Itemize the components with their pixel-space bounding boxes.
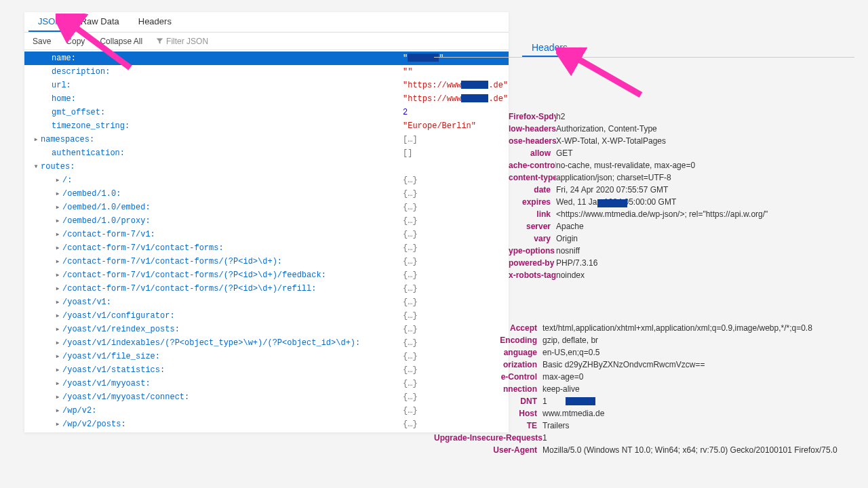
header-value: en-US,en;q=0.5 <box>542 346 599 359</box>
twisty-icon[interactable]: ▸ <box>54 323 61 336</box>
request-headers: Accepttext/html,application/xhtml+xml,ap… <box>434 322 854 456</box>
json-key: /yoast/v1/reindex_posts: <box>62 323 180 336</box>
json-key: /contact-form-7/v1/contact-forms/(?P<id>… <box>62 255 282 268</box>
header-name: allow <box>509 147 556 159</box>
twisty-icon[interactable]: ▸ <box>54 241 61 255</box>
json-key: /contact-form-7/v1/contact-forms: <box>62 241 224 255</box>
header-row: allowGET <box>509 147 854 159</box>
header-name: Upgrade-Insecure-Requests <box>434 432 542 444</box>
copy-button[interactable]: Copy <box>60 35 90 48</box>
json-key: description: <box>52 65 110 79</box>
twisty-icon[interactable]: ▸ <box>54 214 61 228</box>
header-name: low-headers <box>509 123 556 135</box>
header-name: powered-by <box>509 257 556 269</box>
json-key: /yoast/v1/statistics: <box>62 363 165 377</box>
twisty-icon[interactable]: ▸ <box>54 174 61 187</box>
header-value: Trailers <box>542 420 570 432</box>
header-value: application/json; charset=UTF-8 <box>556 171 671 184</box>
tab-headers-right[interactable]: Headers <box>522 38 577 57</box>
header-row: User-AgentMozilla/5.0 (Windows NT 10.0; … <box>434 444 854 456</box>
tab-raw-data[interactable]: Raw Data <box>71 12 129 32</box>
header-name: link <box>509 208 556 220</box>
tab-headers-left[interactable]: Headers <box>129 12 181 32</box>
header-name: nnection <box>434 383 542 395</box>
twisty-icon[interactable]: ▸ <box>54 228 61 241</box>
header-name: Firefox-Spdy <box>509 110 556 123</box>
redacted-value <box>566 397 595 405</box>
header-row: TETrailers <box>434 420 854 432</box>
header-name: server <box>509 220 556 232</box>
json-key: /contact-form-7/v1: <box>62 228 155 241</box>
twisty-icon[interactable]: ▸ <box>54 268 61 282</box>
json-key: /contact-form-7/v1/contact-forms/(?P<id>… <box>62 282 316 296</box>
header-value: nosniff <box>556 245 580 257</box>
json-key: /contact-form-7/v1/contact-forms/(?P<id>… <box>62 268 326 282</box>
filter-box[interactable]: Filter JSON <box>156 37 208 46</box>
twisty-icon[interactable]: ▸ <box>54 255 61 268</box>
json-key: /oembed/1.0/proxy: <box>62 214 151 228</box>
twisty-icon[interactable]: ▸ <box>54 363 61 377</box>
header-name: Encoding <box>434 334 542 346</box>
header-name: Host <box>434 407 542 420</box>
twisty-icon[interactable]: ▸ <box>54 187 61 201</box>
funnel-icon <box>156 37 163 45</box>
twisty-icon[interactable]: ▸ <box>54 350 61 363</box>
header-row: link<https://www.mtmedia.de/wp-json/>; r… <box>509 208 854 220</box>
header-value: <https://www.mtmedia.de/wp-json/>; rel="… <box>556 208 768 220</box>
tab-json[interactable]: JSON <box>28 12 71 32</box>
headers-panel: Headers Firefox-Spdyh2low-headersAuthori… <box>434 38 854 456</box>
right-tabbar: Headers <box>434 38 854 58</box>
header-value: no-cache, must-revalidate, max-age=0 <box>556 159 695 171</box>
header-row: Firefox-Spdyh2 <box>509 110 854 123</box>
twisty-icon[interactable]: ▸ <box>33 133 39 146</box>
header-name: Accept <box>434 322 542 334</box>
header-value: 1 <box>542 395 595 407</box>
header-row: anguageen-US,en;q=0.5 <box>434 346 854 359</box>
twisty-icon[interactable]: ▸ <box>54 309 61 323</box>
header-name: DNT <box>434 395 542 407</box>
twisty-icon[interactable]: ▾ <box>33 160 39 174</box>
header-name: orization <box>434 359 542 371</box>
header-name: ype-options <box>509 245 556 257</box>
header-value: Apache <box>556 220 584 232</box>
twisty-icon[interactable]: ▸ <box>54 336 61 350</box>
json-key: /oembed/1.0/embed: <box>62 201 151 214</box>
header-row: orizationBasic d29yZHByZXNzOndvcmRwcmVzc… <box>434 359 854 371</box>
twisty-icon[interactable]: ▸ <box>54 404 61 418</box>
header-name: content-type <box>509 171 556 184</box>
json-key: /wp/v2/posts: <box>62 418 126 431</box>
header-row: Accepttext/html,application/xhtml+xml,ap… <box>434 322 854 334</box>
header-row: Upgrade-Insecure-Requests1 <box>434 432 854 444</box>
header-row: content-typeapplication/json; charset=UT… <box>509 171 854 184</box>
twisty-icon[interactable]: ▸ <box>54 201 61 214</box>
header-row: ose-headersX-WP-Total, X-WP-TotalPages <box>509 135 854 147</box>
json-key: /yoast/v1/file_size: <box>62 350 160 363</box>
json-key: /yoast/v1: <box>62 296 111 309</box>
json-key: routes: <box>41 160 75 174</box>
twisty-icon[interactable]: ▸ <box>54 390 61 404</box>
header-value: Origin <box>556 232 578 245</box>
header-value: Fri, 24 Apr 2020 07:55:57 GMT <box>556 184 668 196</box>
twisty-icon[interactable]: ▸ <box>54 418 61 431</box>
header-name: ache-control <box>509 159 556 171</box>
twisty-icon[interactable]: ▸ <box>54 296 61 309</box>
left-tabbar: JSON Raw Data Headers <box>24 12 509 33</box>
json-key: namespaces: <box>41 133 94 146</box>
header-name: e-Control <box>434 371 542 383</box>
header-name: x-robots-tag <box>509 269 556 281</box>
json-key: /yoast/v1/myyoast: <box>62 377 151 390</box>
header-row: ache-controlno-cache, must-revalidate, m… <box>509 159 854 171</box>
header-name: expires <box>509 196 556 208</box>
json-key: name: <box>52 52 76 65</box>
header-name: vary <box>509 232 556 245</box>
save-button[interactable]: Save <box>27 35 56 48</box>
twisty-icon[interactable]: ▸ <box>54 282 61 296</box>
filter-placeholder: Filter JSON <box>166 37 208 46</box>
header-row: serverApache <box>509 220 854 232</box>
response-headers: Firefox-Spdyh2low-headersAuthorization, … <box>434 110 854 281</box>
header-name: anguage <box>434 346 542 359</box>
json-key: /oembed/1.0: <box>62 187 121 201</box>
header-row: ype-optionsnosniff <box>509 245 854 257</box>
twisty-icon[interactable]: ▸ <box>54 377 61 390</box>
collapse-all-button[interactable]: Collapse All <box>94 35 148 48</box>
